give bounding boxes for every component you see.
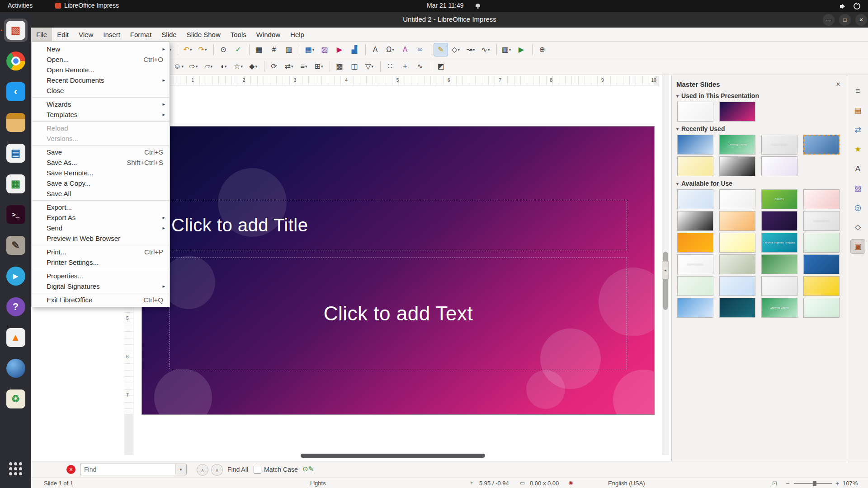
rotate-button[interactable]: ⟳ (267, 60, 281, 73)
dropdown-arrow-icon[interactable]: ▾ (196, 64, 198, 69)
zoom-slider-handle[interactable] (813, 481, 816, 486)
callout-shapes-button[interactable]: ◖▾ (217, 60, 230, 73)
master-slide-thumbnail[interactable] (719, 233, 755, 253)
file-menu-item-digital-signatures[interactable]: Digital Signatures▸ (32, 281, 170, 291)
master-slide-thumbnail[interactable]: Growing Liberty (761, 298, 797, 318)
zoom-out-button[interactable]: − (786, 480, 789, 487)
dropdown-arrow-icon[interactable]: ▾ (291, 64, 293, 69)
gallery-deck-icon[interactable]: ▨ (851, 181, 865, 195)
dock-item-libreoffice-impress[interactable]: ▧ (4, 19, 28, 42)
find-close-button[interactable]: ✕ (66, 465, 75, 474)
master-slide-thumbnail[interactable]: Lorem Ipsum (803, 211, 840, 231)
find-and-replace-icon[interactable]: ⊙✎ (302, 465, 314, 473)
block-arrows-button[interactable]: ⇨▾ (187, 60, 200, 73)
activities-button[interactable]: Activities (8, 2, 33, 9)
properties-deck-icon[interactable]: ▤ (851, 103, 865, 117)
master-slide-thumbnail[interactable]: Freshes Impress Template (761, 233, 797, 253)
navigator-deck-icon[interactable]: ◎ (851, 201, 865, 215)
horizontal-scrollbar-thumb[interactable] (301, 454, 485, 458)
zoom-button[interactable]: ⊕ (535, 43, 549, 56)
toggle-extrusion-button[interactable]: ◩ (434, 60, 448, 73)
maximize-button[interactable]: □ (839, 14, 851, 26)
shadow-button[interactable]: ▩ (333, 60, 346, 73)
menu-insert[interactable]: Insert (98, 28, 125, 41)
dock-item-chrome[interactable] (4, 49, 28, 73)
file-menu-item-send[interactable]: Send▸ (32, 223, 170, 233)
window-title-bar[interactable]: Untitled 2 - LibreOffice Impress — □ ✕ (31, 12, 868, 28)
minimize-button[interactable]: — (823, 14, 835, 26)
fit-slide-icon[interactable]: ⊡ (772, 480, 777, 487)
menu-slide[interactable]: Slide (156, 28, 181, 41)
master-slide-thumbnail[interactable] (677, 156, 713, 176)
connectors-button[interactable]: ↝▾ (464, 43, 477, 56)
crop-image-button[interactable]: ◫ (348, 60, 361, 73)
slide-canvas[interactable]: Click to add Title Click to add Text (142, 126, 655, 415)
master-slide-thumbnail[interactable] (719, 276, 755, 296)
menu-slide-show[interactable]: Slide Show (182, 28, 226, 41)
master-slide-thumbnail[interactable] (803, 276, 840, 296)
insert-media-button[interactable]: ▶ (333, 43, 346, 56)
menu-help[interactable]: Help (285, 28, 309, 41)
menu-edit[interactable]: Edit (52, 28, 74, 41)
master-slide-thumbnail[interactable] (677, 233, 713, 253)
dock-item-libreoffice-calc[interactable]: ▦ (4, 172, 28, 196)
curves-button[interactable]: ∿▾ (479, 43, 492, 56)
close-button[interactable]: ✕ (855, 14, 867, 26)
dropdown-arrow-icon[interactable]: ▾ (392, 47, 394, 52)
vertical-scrollbar-thumb[interactable] (663, 252, 668, 310)
slide-transition-deck-icon[interactable]: ⇄ (851, 123, 865, 137)
dropdown-arrow-icon[interactable]: ▾ (488, 47, 490, 52)
display-views-button[interactable]: ▥▾ (500, 43, 513, 56)
master-slide-thumbnail[interactable] (677, 135, 713, 155)
master-slide-thumbnail[interactable] (719, 102, 755, 122)
insert-fontwork-button[interactable]: A (398, 43, 412, 56)
menu-file[interactable]: File (31, 28, 52, 41)
match-case-checkbox[interactable] (254, 466, 261, 474)
master-slide-thumbnail[interactable] (761, 156, 797, 176)
start-slideshow-button[interactable]: ▶ (514, 43, 528, 56)
glue-points-button[interactable]: + (398, 60, 412, 73)
horizontal-ruler[interactable]: 12345678910 (133, 76, 659, 85)
title-placeholder[interactable]: Click to add Title (170, 200, 627, 250)
arrange-objects-button[interactable]: ⊞▾ (312, 60, 326, 73)
dropdown-arrow-icon[interactable]: ▾ (190, 47, 192, 52)
master-slide-thumbnail[interactable] (719, 156, 755, 176)
volume-icon[interactable] (840, 3, 847, 9)
spelling-button[interactable]: ✓ (231, 43, 245, 56)
master-slide-thumbnail[interactable]: Lorem Ipsum (761, 135, 797, 155)
display-grid-button[interactable]: ▦ (252, 43, 266, 56)
master-slide-thumbnail[interactable] (677, 189, 713, 209)
show-draw-functions-button[interactable]: ✎ (434, 43, 448, 56)
master-slide-thumbnail[interactable] (719, 211, 755, 231)
flip-button[interactable]: ⇄▾ (282, 60, 296, 73)
find-previous-button[interactable]: ∧ (197, 464, 208, 476)
file-menu-item-recent-documents[interactable]: Recent Documents▸ (32, 75, 170, 85)
insert-chart-button[interactable]: ▟ (348, 43, 361, 56)
dropdown-arrow-icon[interactable]: ▾ (312, 47, 315, 52)
styles-deck-icon[interactable]: A (851, 162, 865, 176)
edit-points-button[interactable]: ∷ (383, 60, 397, 73)
file-menu-item-save-remote[interactable]: Save Remote... (32, 168, 170, 178)
insert-table-button[interactable]: ▦▾ (303, 43, 316, 56)
master-slide-thumbnail[interactable] (803, 298, 840, 318)
dropdown-arrow-icon[interactable]: ▾ (210, 64, 212, 69)
dock-item-gimp[interactable]: ✎ (4, 234, 28, 257)
find-all-button[interactable]: Find All (227, 466, 248, 473)
dock-item-terminal[interactable]: >_ (4, 203, 28, 226)
file-menu-item-export-as[interactable]: Export As▸ (32, 212, 170, 223)
flowchart-shapes-button[interactable]: ▱▾ (202, 60, 215, 73)
dropdown-arrow-icon[interactable]: ▾ (181, 64, 184, 69)
panel-close-icon[interactable]: ✕ (834, 81, 842, 88)
clock[interactable]: Mar 21 11:49 (427, 2, 463, 9)
master-slide-thumbnail[interactable] (719, 298, 755, 318)
insert-text-box-button[interactable]: A (368, 43, 382, 56)
master-slide-thumbnail[interactable] (803, 189, 840, 209)
file-menu-item-open[interactable]: Open...Ctrl+O (32, 54, 170, 65)
dropdown-arrow-icon[interactable]: ▾ (225, 64, 227, 69)
file-menu-item-save[interactable]: SaveCtrl+S (32, 147, 170, 157)
file-menu-item-wizards[interactable]: Wizards▸ (32, 99, 170, 109)
file-menu-item-printer-settings[interactable]: Printer Settings... (32, 257, 170, 267)
image-filter-button[interactable]: ▽▾ (363, 60, 376, 73)
menu-format[interactable]: Format (125, 28, 157, 41)
undo-button[interactable]: ↶▾ (181, 43, 194, 56)
